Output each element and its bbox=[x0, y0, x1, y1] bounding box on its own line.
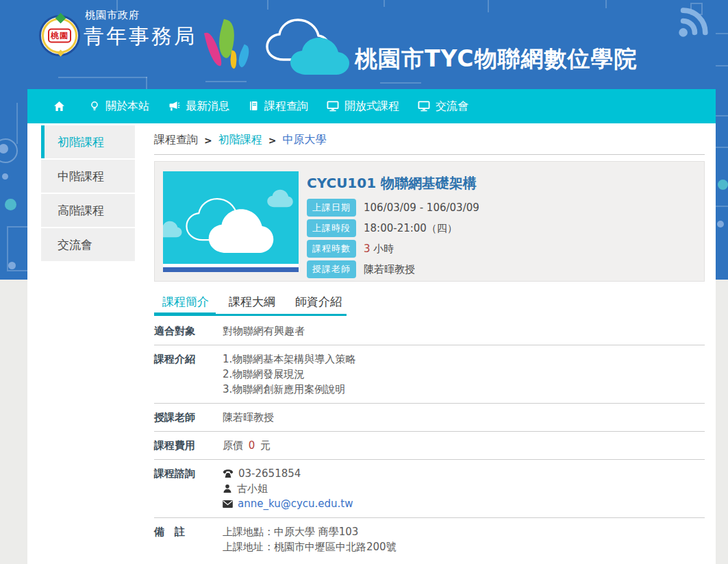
nav-item-about[interactable]: 關於本站 bbox=[89, 99, 149, 114]
intro-line: 1.物聯網基本架構與導入策略 bbox=[223, 352, 355, 367]
detail-row-fee: 課程費用 原價 0 元 bbox=[154, 431, 705, 459]
detail-value: 1.物聯網基本架構與導入策略 2.物聯網發展現況 3.物聯網創新應用案例說明 bbox=[223, 352, 355, 397]
course-level-sidebar: 初階課程 中階課程 高階課程 交流會 bbox=[41, 125, 135, 262]
contact-person-line: 古小姐 bbox=[223, 481, 353, 496]
circuit-decoration bbox=[716, 65, 728, 66]
circuit-decoration bbox=[716, 115, 728, 117]
nav-item-home[interactable] bbox=[53, 101, 71, 112]
tab-course-outline[interactable]: 課程大綱 bbox=[229, 291, 275, 310]
detail-row-contact: 課程諮詢 03-2651854 bbox=[154, 459, 705, 517]
date-badge: 上課日期 bbox=[307, 199, 356, 217]
time-value: 18:00-21:00（四） bbox=[364, 222, 457, 235]
nav-item-news[interactable]: 最新消息 bbox=[168, 99, 229, 114]
course-title: CYCU101 物聯網基礎架構 bbox=[307, 174, 477, 193]
circuit-decoration bbox=[717, 221, 724, 228]
circuit-decoration bbox=[718, 180, 728, 190]
tab-course-intro[interactable]: 課程簡介 bbox=[162, 291, 209, 310]
circuit-decoration bbox=[716, 33, 728, 34]
time-badge: 上課時段 bbox=[307, 219, 356, 237]
sidebar-item-advanced[interactable]: 高階課程 bbox=[41, 194, 135, 227]
nav-item-label: 開放式課程 bbox=[344, 99, 399, 114]
taoyuan-city-emblem: 桃園 bbox=[39, 15, 80, 56]
circuit-decoration bbox=[8, 262, 16, 269]
home-icon bbox=[53, 101, 65, 112]
wifi-signal-icon bbox=[675, 3, 713, 41]
hours-value: 3 小時 bbox=[364, 243, 394, 256]
page-content: 初階課程 中階課程 高階課程 交流會 課程查詢 > 初階課程 > 中原大學 bbox=[27, 123, 716, 564]
course-hours-row: 課程時數 3 小時 bbox=[307, 240, 394, 258]
fee-amount: 0 bbox=[249, 439, 255, 452]
monitor-icon bbox=[418, 101, 430, 112]
course-teacher-row: 授課老師 陳若暉教授 bbox=[307, 260, 415, 278]
nav-item-label: 最新消息 bbox=[186, 99, 229, 114]
teacher-badge: 授課老師 bbox=[307, 260, 356, 278]
monitor-icon bbox=[327, 101, 339, 112]
circuit-decoration bbox=[16, 103, 18, 144]
detail-value: 對物聯網有興趣者 bbox=[223, 323, 305, 339]
note-line: 上課地址：桃園市中壢區中北路200號 bbox=[223, 539, 397, 554]
book-icon bbox=[248, 101, 259, 112]
detail-row-teacher: 授課老師 陳若暉教授 bbox=[154, 403, 705, 431]
site-header: 桃園 桃園市政府 青年事務局 桃園市TYC物聯網數位學院 bbox=[27, 0, 716, 89]
nav-item-open-courses[interactable]: 開放式課程 bbox=[327, 99, 399, 114]
fee-suffix: 元 bbox=[260, 439, 271, 452]
intro-line: 3.物聯網創新應用案例說明 bbox=[223, 382, 355, 397]
detail-row-intro: 課程介紹 1.物聯網基本架構與導入策略 2.物聯網發展現況 3.物聯網創新應用案… bbox=[154, 345, 705, 403]
course-summary-panel: CYCU101 物聯網基礎架構 上課日期 106/03/09 - 106/03/… bbox=[154, 161, 705, 282]
nav-item-label: 交流會 bbox=[436, 99, 468, 114]
nav-item-label: 關於本站 bbox=[105, 99, 149, 114]
tab-instructor-intro[interactable]: 師資介紹 bbox=[295, 291, 342, 310]
breadcrumb-beginner-courses[interactable]: 初階課程 bbox=[218, 133, 262, 147]
bureau-logo-leaves bbox=[207, 15, 258, 73]
hours-unit: 小時 bbox=[373, 243, 394, 255]
government-title: 桃園市政府 bbox=[85, 9, 140, 22]
hours-number: 3 bbox=[364, 243, 371, 255]
date-value: 106/03/09 - 106/03/09 bbox=[364, 201, 479, 214]
contact-person: 古小姐 bbox=[237, 481, 268, 496]
breadcrumb-university[interactable]: 中原大學 bbox=[282, 133, 326, 147]
bureau-title: 青年事務局 bbox=[84, 23, 197, 51]
thumbnail-blue-bar bbox=[163, 267, 299, 272]
contact-phone-line: 03-2651854 bbox=[223, 466, 353, 481]
sidebar-item-meetup[interactable]: 交流會 bbox=[41, 228, 135, 261]
contact-email-line: anne_ku@cycu.edu.tw bbox=[223, 496, 353, 511]
fee-prefix: 原價 bbox=[223, 439, 243, 452]
teacher-value: 陳若暉教授 bbox=[364, 263, 415, 276]
note-line: 上課地點：中原大學 商學103 bbox=[223, 524, 397, 539]
circuit-decoration bbox=[716, 206, 728, 207]
course-tabs: 課程簡介 課程大綱 師資介紹 bbox=[154, 291, 705, 316]
nav-item-meetup[interactable]: 交流會 bbox=[418, 99, 468, 114]
detail-label: 課程諮詢 bbox=[154, 466, 223, 511]
site-title: 桃園市TYC物聯網數位學院 bbox=[355, 44, 637, 75]
breadcrumb: 課程查詢 > 初階課程 > 中原大學 bbox=[154, 133, 705, 147]
detail-row-target: 適合對象 對物聯網有興趣者 bbox=[154, 317, 705, 345]
contact-phone: 03-2651854 bbox=[238, 466, 301, 481]
detail-row-note: 備 註 上課地點：中原大學 商學103 上課地址：桃園市中壢區中北路200號 bbox=[154, 517, 705, 561]
breadcrumb-course-search[interactable]: 課程查詢 bbox=[154, 133, 198, 147]
nav-item-course-search[interactable]: 課程查詢 bbox=[248, 99, 308, 114]
phone-icon bbox=[223, 469, 234, 478]
circuit-decoration bbox=[5, 199, 16, 210]
course-thumbnail bbox=[163, 171, 299, 272]
circuit-decoration bbox=[2, 173, 8, 180]
sidebar-item-beginner[interactable]: 初階課程 bbox=[41, 125, 135, 158]
emblem-label: 桃園 bbox=[48, 29, 71, 43]
hours-badge: 課程時數 bbox=[307, 240, 356, 258]
lightbulb-icon bbox=[89, 101, 100, 112]
detail-label: 備 註 bbox=[154, 524, 223, 554]
envelope-icon bbox=[223, 500, 233, 508]
detail-label: 適合對象 bbox=[154, 323, 223, 339]
course-time-row: 上課時段 18:00-21:00（四） bbox=[307, 219, 457, 237]
detail-value: 陳若暉教授 bbox=[223, 410, 274, 425]
intro-line: 2.物聯網發展現況 bbox=[223, 367, 355, 382]
contact-email-link[interactable]: anne_ku@cycu.edu.tw bbox=[238, 496, 353, 511]
sidebar-item-intermediate[interactable]: 中階課程 bbox=[41, 160, 135, 193]
detail-value: 上課地點：中原大學 商學103 上課地址：桃園市中壢區中北路200號 bbox=[223, 524, 397, 554]
course-details: 適合對象 對物聯網有興趣者 課程介紹 1.物聯網基本架構與導入策略 2.物聯網發… bbox=[154, 317, 705, 561]
nav-item-label: 課程查詢 bbox=[264, 99, 308, 114]
main-navigation: 關於本站 最新消息 課程查詢 bbox=[27, 89, 716, 123]
person-icon bbox=[223, 484, 232, 493]
leaf-shape bbox=[235, 45, 253, 69]
tab-underline bbox=[216, 314, 347, 316]
detail-value: 原價 0 元 bbox=[223, 438, 271, 453]
